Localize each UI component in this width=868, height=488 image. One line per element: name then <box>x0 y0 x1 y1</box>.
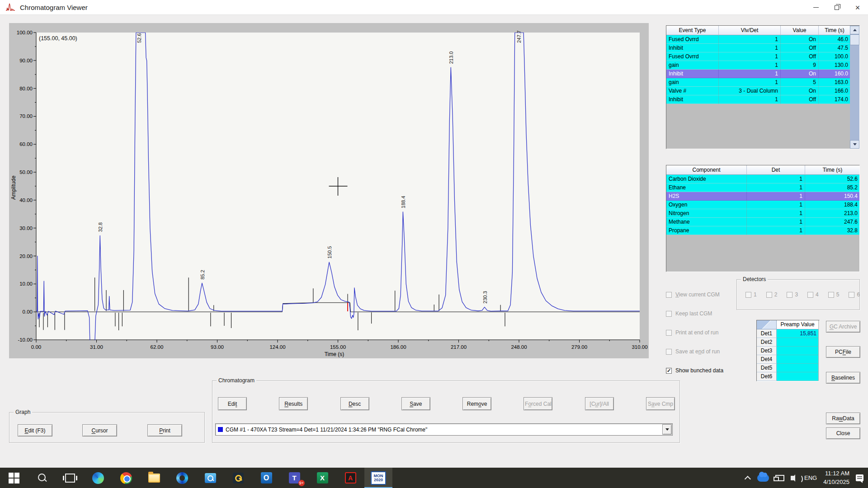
preamp-row[interactable]: Det4 <box>757 355 819 364</box>
table-cell: 1 <box>719 52 781 61</box>
detector-checkbox-3[interactable]: 3 <box>787 291 798 298</box>
preamp-table[interactable]: Preamp Value Det115,851Det2Det3Det4Det5D… <box>756 320 820 381</box>
detector-checkbox-4[interactable]: 4 <box>807 291 819 298</box>
edit-button[interactable]: Edit <box>218 397 247 410</box>
cursor-position-annotation: (155.00, 45.00) <box>39 35 77 42</box>
table-row[interactable]: gain19130.0 <box>666 61 851 70</box>
component-table[interactable]: ComponentDetTime (s)Carbon Dioxide152.6E… <box>666 165 860 272</box>
detector-checkbox-2[interactable]: 2 <box>766 291 778 298</box>
table-row[interactable]: Inhibit1On160.0 <box>666 70 851 78</box>
detector-checkbox-6[interactable]: 6 <box>849 291 860 298</box>
gc-archive-button[interactable]: GC Archive <box>826 321 860 333</box>
event-table-scrollbar[interactable] <box>850 26 859 149</box>
webex-icon <box>176 472 188 484</box>
raw-data-button[interactable]: Raw Data <box>826 413 860 424</box>
event-table[interactable]: Event TypeVlv/DetValueTime (s)Fused Ovrr… <box>666 25 860 149</box>
option-checkbox[interactable]: View current CGM <box>666 291 723 298</box>
table-row[interactable]: gain15163.0 <box>666 78 851 87</box>
close-window-button[interactable]: × <box>847 0 868 15</box>
option-checkbox[interactable]: Print at end of run <box>666 329 723 336</box>
table-row[interactable]: Nitrogen1213.0 <box>666 209 860 218</box>
table-cell: gain <box>666 78 719 87</box>
restore-button[interactable] <box>826 0 847 15</box>
detector-checkbox-5[interactable]: 5 <box>828 291 840 298</box>
table-row[interactable]: Fused Ovrrd1On46.0 <box>666 35 851 44</box>
x-tick-label: 31.00 <box>90 344 103 350</box>
table-row[interactable]: H2S1150.4 <box>666 192 860 201</box>
cgm-dropdown[interactable]: CGM #1 - 470XA T23 Stream=4 Det=1 11/21/… <box>215 423 673 436</box>
option-checkbox[interactable]: Keep last CGM <box>666 310 723 317</box>
table-row[interactable]: Inhibit1Off47.5 <box>666 44 851 52</box>
onedrive-icon[interactable] <box>757 474 769 482</box>
table-row[interactable]: Ethane185.2 <box>666 183 860 192</box>
taskbar-app-webex[interactable] <box>168 468 196 488</box>
column-header[interactable]: Time (s) <box>819 26 851 35</box>
scroll-down-button[interactable] <box>850 140 859 149</box>
table-cell: 1 <box>747 183 805 192</box>
scrollbar-thumb[interactable] <box>850 34 859 45</box>
language-indicator[interactable]: ENG <box>804 474 817 481</box>
graph-cursor-button[interactable]: Cursor <box>82 424 117 436</box>
taskbar-app-magnifier[interactable] <box>196 468 224 488</box>
option-checkbox[interactable]: ✓Show bunched data <box>666 367 723 374</box>
taskbar-search[interactable] <box>28 468 56 488</box>
column-header[interactable]: Event Type <box>666 26 719 35</box>
table-row[interactable]: Propane132.8 <box>666 226 860 235</box>
graph-edit-button[interactable]: Edit (F3) <box>18 424 52 436</box>
table-row[interactable]: Oxygen1188.4 <box>666 201 860 209</box>
task-view-button[interactable] <box>56 468 84 488</box>
graph-print-button[interactable]: Print <box>147 424 182 436</box>
dropdown-arrow-button[interactable] <box>662 424 672 435</box>
taskbar-app-keepass[interactable] <box>224 468 252 488</box>
results-button[interactable]: Results <box>279 397 308 410</box>
table-row[interactable]: Fused Ovrrd1Off100.0 <box>666 52 851 61</box>
taskbar-app-outlook[interactable]: O <box>252 468 280 488</box>
detector-checkbox-1[interactable]: 1 <box>745 291 757 298</box>
column-header[interactable]: Time (s) <box>805 165 860 175</box>
table-row[interactable]: Carbon Dioxide152.6 <box>666 175 860 183</box>
table-row[interactable]: Valve #3 - Dual ColumnOn166.0 <box>666 87 851 95</box>
preamp-row[interactable]: Det2 <box>757 338 819 347</box>
x-tick-label: 155.00 <box>330 344 346 350</box>
chromatogram-group-label: Chromatogram <box>217 377 256 384</box>
taskbar-app-file-explorer[interactable] <box>140 468 168 488</box>
preamp-row[interactable]: Det5 <box>757 364 819 372</box>
volume-icon[interactable] <box>791 476 794 480</box>
preamp-row[interactable]: Det3 <box>757 347 819 355</box>
taskbar-app-chrome[interactable] <box>112 468 140 488</box>
save-button[interactable]: Save <box>401 397 430 410</box>
minimize-button[interactable] <box>806 0 826 15</box>
baselines-button[interactable]: Baselines <box>826 372 860 384</box>
remove-button[interactable]: Remove <box>462 397 491 410</box>
graph-group-label: Graph <box>14 409 32 415</box>
scroll-up-button[interactable] <box>850 26 859 34</box>
option-checkbox[interactable]: Save at end of run <box>666 348 723 355</box>
preamp-row[interactable]: Det115,851 <box>757 329 819 338</box>
close-button[interactable]: Close <box>826 427 860 439</box>
table-row[interactable]: Methane1247.6 <box>666 218 860 226</box>
desc-button[interactable]: Desc <box>340 397 369 410</box>
column-header[interactable]: Det <box>747 165 805 175</box>
cur-all-button[interactable]: [Cur]/All <box>585 397 614 410</box>
chromatogram-chart[interactable]: 100.0090.0080.0070.0060.0050.0040.0030.0… <box>9 23 649 358</box>
taskbar-app-teams[interactable]: T9+ <box>280 468 308 488</box>
network-icon[interactable] <box>775 475 784 481</box>
taskbar-app-edge[interactable] <box>84 468 112 488</box>
column-header[interactable]: Vlv/Det <box>719 26 781 35</box>
forced-cal-button[interactable]: Forced Cal <box>524 397 552 410</box>
table-row[interactable]: Inhibit1Off174.0 <box>666 95 851 104</box>
column-header[interactable]: Component <box>666 165 747 175</box>
start-button[interactable] <box>0 468 28 488</box>
taskbar-app-mon2020[interactable]: MON 2020 <box>364 468 392 488</box>
notification-center-icon[interactable] <box>856 474 863 481</box>
preamp-row[interactable]: Det6 <box>757 372 819 381</box>
tray-expand-icon[interactable] <box>745 476 751 482</box>
table-cell: 1 <box>719 78 781 87</box>
column-header[interactable]: Value <box>781 26 819 35</box>
preamp-value-cell <box>777 347 818 355</box>
save-cmp-button[interactable]: Save Cmp <box>646 397 675 410</box>
taskbar-app-excel[interactable]: X <box>308 468 336 488</box>
taskbar-clock[interactable]: 11:12 AM 4/10/2025 <box>823 469 849 487</box>
taskbar-app-acrobat[interactable]: A <box>336 468 364 488</box>
pc-file-button[interactable]: PC File <box>826 346 860 358</box>
